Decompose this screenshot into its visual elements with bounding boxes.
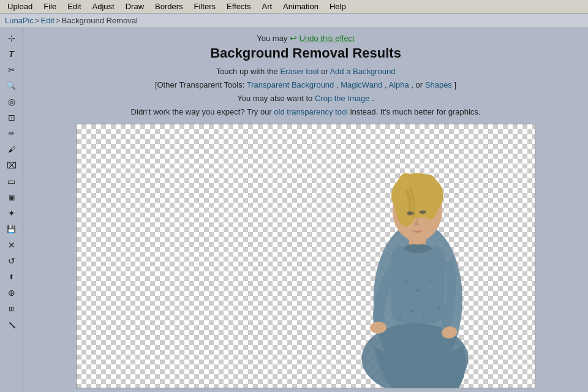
menu-upload[interactable]: Upload — [2, 1, 37, 12]
line1-prefix: Touch up with the — [216, 67, 278, 76]
magic-wand-link[interactable]: MagicWand — [341, 80, 382, 89]
content-area: You may ↩ Undo this effect Background Re… — [23, 28, 588, 392]
menu-bar: Upload File Edit Adjust Draw Borders Fil… — [0, 0, 588, 13]
menu-animation[interactable]: Animation — [278, 1, 323, 12]
add-background-link[interactable]: Add a Background — [330, 67, 395, 76]
menu-draw[interactable]: Draw — [121, 1, 149, 12]
svg-rect-2 — [391, 246, 445, 323]
breadcrumb-sep2: > — [56, 16, 61, 25]
info-text: Touch up with the Eraser tool or Add a B… — [131, 65, 481, 119]
move-tool[interactable]: ⊹ — [3, 31, 20, 45]
brush-tool[interactable]: 🖌 — [3, 142, 20, 157]
svg-point-8 — [407, 212, 414, 216]
undo-link[interactable]: Undo this effect — [300, 34, 355, 43]
line-tool[interactable]: | — [0, 314, 23, 336]
svg-point-16 — [423, 316, 425, 318]
alpha-link[interactable]: Alpha — [388, 80, 409, 89]
svg-point-10 — [370, 322, 386, 334]
transparent-bg-link[interactable]: Transparent Background — [247, 80, 334, 89]
close-tool[interactable]: ✕ — [3, 238, 20, 252]
undo-sidebar-tool[interactable]: ↺ — [3, 254, 20, 268]
menu-adjust[interactable]: Adjust — [88, 1, 119, 12]
menu-help[interactable]: Help — [325, 1, 351, 12]
breadcrumb: LunaPic > Edit > Background Removal — [0, 13, 588, 28]
eraser-tool[interactable]: ▭ — [3, 174, 20, 189]
line1-or: or — [321, 67, 330, 76]
line3-prefix: You may also want to — [237, 94, 312, 103]
svg-point-9 — [419, 211, 426, 214]
lasso-tool[interactable]: ◎ — [3, 94, 20, 109]
line2-prefix: [Other Transparent Tools: — [155, 80, 247, 89]
export-tool[interactable]: ⬆ — [3, 270, 20, 284]
results-title: Background Removal Results — [210, 45, 401, 61]
person-image — [314, 127, 498, 388]
line3-suffix: . — [372, 94, 374, 103]
image-canvas — [76, 124, 535, 388]
text-tool[interactable]: T — [3, 47, 20, 61]
sidebar: ⊹ T ✂ 🔍 ◎ ⊡ ✏ 🖌 ⌧ ▭ ▣ ✦ 💾 ✕ ↺ ⬆ ⊕ ⊞ | — [0, 28, 23, 392]
line2-or: , or — [411, 80, 424, 89]
effects-small-tool[interactable]: ✦ — [3, 206, 20, 221]
breadcrumb-sep1: > — [35, 16, 40, 25]
main-layout: ⊹ T ✂ 🔍 ◎ ⊡ ✏ 🖌 ⌧ ▭ ▣ ✦ 💾 ✕ ↺ ⬆ ⊕ ⊞ | Yo… — [0, 28, 588, 392]
undo-bar: You may ↩ Undo this effect — [257, 33, 354, 43]
line4-suffix: instead. It's much better for graphics. — [350, 107, 481, 116]
pencil-tool[interactable]: ✏ — [3, 126, 20, 141]
undo-icon: ↩ — [290, 33, 297, 43]
shapes-link[interactable]: Shapes — [425, 80, 452, 89]
menu-borders[interactable]: Borders — [150, 1, 188, 12]
zoom-tool[interactable]: 🔍 — [3, 78, 20, 93]
undo-prefix: You may — [257, 34, 287, 43]
crop-link[interactable]: Crop the Image — [315, 94, 370, 103]
clone-tool[interactable]: ⌧ — [3, 158, 20, 173]
scissors-tool[interactable]: ✂ — [3, 62, 20, 77]
breadcrumb-current: Background Removal — [62, 16, 138, 25]
crop-tool[interactable]: ⊡ — [3, 110, 20, 125]
svg-point-17 — [437, 307, 440, 310]
menu-edit[interactable]: Edit — [62, 1, 86, 12]
line4-prefix: Didn't work the way you expect? Try our — [131, 107, 272, 116]
eraser-tool-link[interactable]: Eraser tool — [280, 67, 318, 76]
svg-point-13 — [417, 289, 419, 292]
line2-suffix: ] — [454, 80, 456, 89]
svg-point-14 — [429, 279, 431, 282]
menu-effects[interactable]: Effects — [222, 1, 256, 12]
history-tool[interactable]: ⊕ — [3, 285, 20, 300]
menu-file[interactable]: File — [39, 1, 61, 12]
breadcrumb-edit[interactable]: Edit — [41, 16, 55, 25]
svg-point-12 — [405, 281, 407, 283]
svg-point-15 — [411, 310, 413, 312]
old-tool-link[interactable]: old transparency tool — [274, 107, 348, 116]
breadcrumb-lunapic[interactable]: LunaPic — [5, 16, 34, 25]
svg-point-18 — [399, 316, 401, 318]
menu-art[interactable]: Art — [257, 1, 277, 12]
menu-filters[interactable]: Filters — [189, 1, 221, 12]
save-tool[interactable]: 💾 — [3, 222, 20, 236]
fill-tool[interactable]: ▣ — [3, 190, 20, 205]
